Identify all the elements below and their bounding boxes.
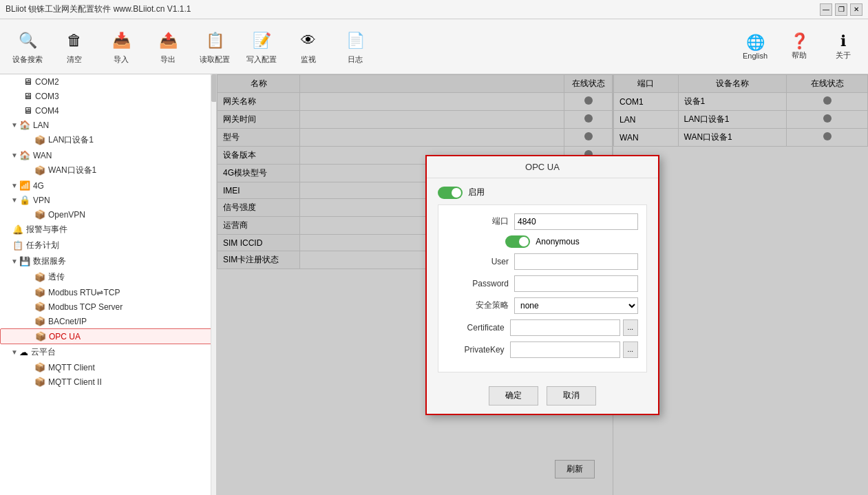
help-icon: ❓ bbox=[790, 32, 809, 50]
tree-node-icon: 📦 bbox=[34, 272, 45, 282]
tree-node-label: LAN口设备1 bbox=[48, 134, 94, 146]
enable-row: 启用 bbox=[438, 187, 647, 199]
tree-node-label: COM3 bbox=[35, 92, 59, 101]
sidebar-item-task[interactable]: 📋 任务计划 bbox=[0, 238, 216, 253]
tree-node-label: LAN bbox=[33, 120, 49, 130]
enable-toggle[interactable] bbox=[438, 187, 463, 199]
toolbar-monitor[interactable]: 👁 监视 bbox=[286, 23, 330, 70]
certificate-row: Certificate ... bbox=[447, 319, 638, 336]
sidebar-item-data-service[interactable]: ▼ 💾 数据服务 bbox=[0, 253, 216, 269]
tree-expand-icon[interactable]: ▼ bbox=[11, 196, 18, 204]
sidebar-item-vpn[interactable]: ▼ 🔒 VPN bbox=[0, 193, 216, 207]
password-row: Password bbox=[447, 275, 638, 292]
security-policy-select[interactable]: none Basic128Rsa15 Basic256 Basic256Sha2… bbox=[514, 297, 638, 314]
read-config-label: 读取配置 bbox=[200, 54, 230, 65]
toolbar-help[interactable]: ❓ 帮助 bbox=[780, 32, 818, 61]
tree-expand-icon[interactable]: ▼ bbox=[11, 348, 18, 356]
minimize-button[interactable]: — bbox=[820, 3, 832, 16]
tree-node-icon: 🖥 bbox=[23, 76, 32, 87]
about-icon: ℹ bbox=[840, 32, 846, 50]
certificate-browse-button[interactable]: ... bbox=[623, 319, 638, 336]
sidebar-item-cloud[interactable]: ▼ ☁ 云平台 bbox=[0, 344, 216, 360]
sidebar-item-modbus-rtu-tcp[interactable]: 📦 Modbus RTU⇌TCP bbox=[0, 285, 216, 299]
tree-node-icon: 📦 bbox=[34, 287, 45, 297]
tree-node-icon: 🏠 bbox=[19, 150, 30, 160]
toolbar-import[interactable]: 📥 导入 bbox=[99, 23, 143, 70]
main-area: 🖥 COM2 🖥 COM3 🖥 COM4 ▼ 🏠 LAN 📦 LAN口设备1 ▼… bbox=[0, 74, 868, 495]
sidebar-item-bacnet-ip[interactable]: 📦 BACnet/IP bbox=[0, 314, 216, 328]
modal-footer: 确定 取消 bbox=[427, 381, 658, 414]
password-input[interactable] bbox=[514, 275, 638, 292]
user-row: User bbox=[447, 253, 638, 270]
toolbar-log[interactable]: 📄 日志 bbox=[333, 23, 377, 70]
toolbar-device-search[interactable]: 🔍 设备搜索 bbox=[6, 23, 50, 70]
clear-icon: 🗑 bbox=[62, 28, 87, 53]
sidebar-item-com4[interactable]: 🖥 COM4 bbox=[0, 103, 216, 118]
tree-node-icon: 🖥 bbox=[23, 91, 32, 101]
sidebar-scrollbar[interactable] bbox=[211, 74, 216, 495]
sidebar-item-transparent[interactable]: 📦 透传 bbox=[0, 269, 216, 285]
tree-expand-icon[interactable]: ▼ bbox=[11, 121, 18, 129]
tree-expand-icon[interactable]: ▼ bbox=[11, 257, 18, 265]
restore-button[interactable]: ❐ bbox=[835, 3, 847, 16]
tree-node-label: WAN bbox=[33, 151, 52, 160]
tree-node-label: 任务计划 bbox=[26, 240, 59, 251]
toolbar: 🔍 设备搜索 🗑 清空 📥 导入 📤 导出 📋 读取配置 📝 写入配置 👁 监视… bbox=[0, 19, 868, 74]
anonymous-toggle[interactable] bbox=[505, 235, 530, 248]
toolbar-about[interactable]: ℹ 关于 bbox=[824, 32, 862, 61]
toolbar-language[interactable]: 🌐 English bbox=[736, 34, 774, 60]
close-button[interactable]: ✕ bbox=[850, 3, 862, 16]
security-policy-label: 安全策略 bbox=[447, 299, 509, 311]
enable-toggle-track bbox=[438, 187, 463, 199]
tree-node-label: OpenVPN bbox=[48, 210, 85, 220]
confirm-button[interactable]: 确定 bbox=[489, 386, 538, 406]
sidebar-item-4g[interactable]: ▼ 📶 4G bbox=[0, 178, 216, 193]
about-label: 关于 bbox=[836, 50, 851, 61]
sidebar-item-mqtt-client[interactable]: 📦 MQTT Client bbox=[0, 360, 216, 375]
toolbar-read-config[interactable]: 📋 读取配置 bbox=[193, 23, 237, 70]
app-title: BLiiot 钡铢工业网关配置软件 www.BLiiot.cn V1.1.1 bbox=[6, 3, 191, 15]
anonymous-toggle-thumb bbox=[519, 237, 529, 246]
tree-node-label: MQTT Client II bbox=[48, 377, 102, 387]
device-search-icon: 🔍 bbox=[15, 28, 40, 53]
private-key-browse-button[interactable]: ... bbox=[623, 341, 638, 358]
help-label: 帮助 bbox=[792, 50, 807, 61]
sidebar-item-alarm[interactable]: 🔔 报警与事件 bbox=[0, 222, 216, 238]
sidebar-item-modbus-tcp-server[interactable]: 📦 Modbus TCP Server bbox=[0, 299, 216, 314]
sidebar-item-opc-ua[interactable]: 📦 OPC UA bbox=[0, 328, 216, 344]
language-icon: 🌐 bbox=[746, 34, 765, 52]
sidebar-item-wan-device1[interactable]: 📦 WAN口设备1 bbox=[0, 162, 216, 178]
private-key-input[interactable] bbox=[510, 341, 620, 358]
sidebar-item-wan[interactable]: ▼ 🏠 WAN bbox=[0, 148, 216, 162]
certificate-input[interactable] bbox=[510, 319, 620, 336]
user-input[interactable] bbox=[514, 253, 638, 270]
tree-node-icon: 📦 bbox=[34, 377, 45, 387]
read-config-icon: 📋 bbox=[202, 28, 227, 53]
write-config-icon: 📝 bbox=[249, 28, 274, 53]
export-label: 导出 bbox=[160, 54, 176, 65]
tree-expand-icon[interactable]: ▼ bbox=[11, 182, 18, 189]
export-icon: 📤 bbox=[156, 28, 180, 53]
tree-node-label: 数据服务 bbox=[33, 255, 66, 267]
cancel-button[interactable]: 取消 bbox=[547, 386, 596, 406]
sidebar: 🖥 COM2 🖥 COM3 🖥 COM4 ▼ 🏠 LAN 📦 LAN口设备1 ▼… bbox=[0, 74, 217, 495]
tree-node-icon: 📦 bbox=[34, 302, 45, 312]
sidebar-item-com2[interactable]: 🖥 COM2 bbox=[0, 74, 216, 89]
sidebar-item-mqtt-client2[interactable]: 📦 MQTT Client II bbox=[0, 375, 216, 389]
toolbar-write-config[interactable]: 📝 写入配置 bbox=[240, 23, 284, 70]
port-input[interactable] bbox=[514, 213, 638, 230]
toolbar-clear[interactable]: 🗑 清空 bbox=[52, 23, 96, 70]
sidebar-item-openvpn[interactable]: 📦 OpenVPN bbox=[0, 207, 216, 222]
monitor-icon: 👁 bbox=[296, 28, 321, 53]
sidebar-item-com3[interactable]: 🖥 COM3 bbox=[0, 89, 216, 103]
sidebar-item-lan-device1[interactable]: 📦 LAN口设备1 bbox=[0, 132, 216, 148]
toolbar-export[interactable]: 📤 导出 bbox=[146, 23, 190, 70]
tree-node-label: VPN bbox=[33, 196, 50, 205]
tree-expand-icon[interactable]: ▼ bbox=[11, 151, 18, 159]
tree-node-label: 4G bbox=[33, 181, 44, 191]
sidebar-item-lan[interactable]: ▼ 🏠 LAN bbox=[0, 118, 216, 132]
clear-label: 清空 bbox=[67, 54, 82, 65]
write-config-label: 写入配置 bbox=[246, 54, 277, 65]
enable-toggle-thumb bbox=[452, 188, 461, 198]
tree-node-label: BACnet/IP bbox=[48, 317, 87, 326]
